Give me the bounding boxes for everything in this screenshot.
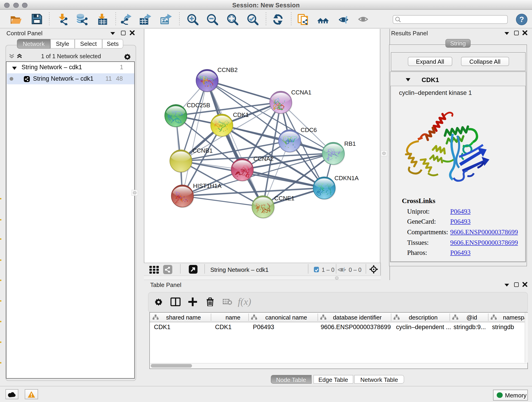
svg-text:?: ?	[519, 15, 524, 24]
